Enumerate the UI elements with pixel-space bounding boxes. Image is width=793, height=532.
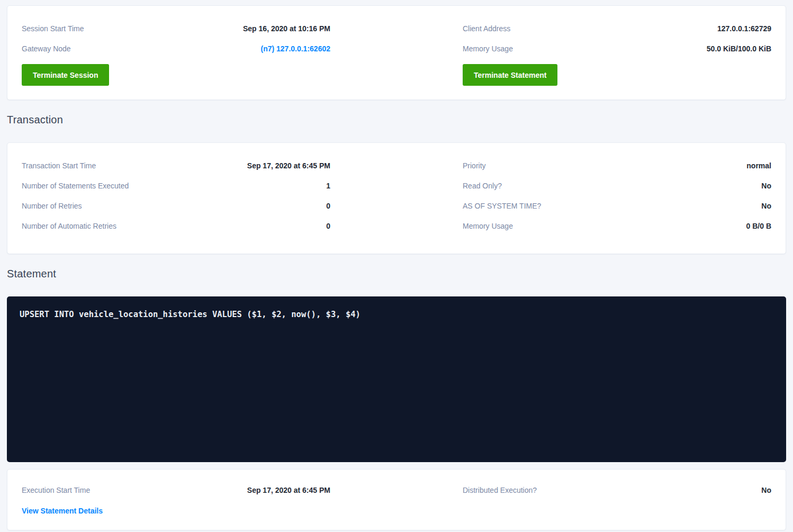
read-only-row: Read Only? No — [463, 176, 771, 196]
read-only-value: No — [761, 182, 771, 190]
client-address-row: Client Address 127.0.0.1:62729 — [463, 19, 771, 39]
distributed-execution-value: No — [761, 486, 771, 494]
execution-start-time-value: Sep 17, 2020 at 6:45 PM — [247, 486, 330, 494]
as-of-system-time-row: AS OF SYSTEM TIME? No — [463, 196, 771, 216]
statement-section-heading: Statement — [7, 267, 786, 280]
statement-sql-text: UPSERT INTO vehicle_location_histories V… — [20, 310, 361, 319]
automatic-retries-value: 0 — [326, 222, 330, 230]
execution-start-time-label: Execution Start Time — [22, 486, 90, 494]
session-start-time-value: Sep 16, 2020 at 10:16 PM — [243, 24, 330, 33]
gateway-node-label: Gateway Node — [22, 44, 71, 53]
statements-executed-value: 1 — [326, 182, 330, 190]
terminate-session-button[interactable]: Terminate Session — [22, 64, 109, 86]
priority-value: normal — [746, 161, 771, 170]
retries-label: Number of Retries — [22, 202, 82, 210]
priority-row: Priority normal — [463, 156, 771, 176]
statements-executed-label: Number of Statements Executed — [22, 182, 129, 190]
automatic-retries-label: Number of Automatic Retries — [22, 222, 116, 230]
session-start-time-label: Session Start Time — [22, 24, 84, 33]
session-memory-usage-row: Memory Usage 50.0 KiB/100.0 KiB — [463, 39, 771, 59]
transaction-left-column: Transaction Start Time Sep 17, 2020 at 6… — [22, 156, 330, 236]
execution-start-time-row: Execution Start Time Sep 17, 2020 at 6:4… — [22, 480, 330, 500]
transaction-card: Transaction Start Time Sep 17, 2020 at 6… — [7, 142, 786, 254]
execution-right-column: Distributed Execution? No — [463, 480, 771, 517]
session-memory-usage-value: 50.0 KiB/100.0 KiB — [707, 44, 771, 53]
as-of-system-time-value: No — [761, 202, 771, 210]
transaction-section-heading: Transaction — [7, 113, 786, 126]
execution-left-column: Execution Start Time Sep 17, 2020 at 6:4… — [22, 480, 330, 517]
transaction-memory-usage-row: Memory Usage 0 B/0 B — [463, 216, 771, 236]
automatic-retries-row: Number of Automatic Retries 0 — [22, 216, 330, 236]
transaction-start-time-value: Sep 17, 2020 at 6:45 PM — [247, 161, 330, 170]
priority-label: Priority — [463, 161, 486, 170]
transaction-memory-usage-value: 0 B/0 B — [746, 222, 771, 230]
distributed-execution-row: Distributed Execution? No — [463, 480, 771, 500]
statements-executed-row: Number of Statements Executed 1 — [22, 176, 330, 196]
session-memory-usage-label: Memory Usage — [463, 44, 513, 53]
transaction-memory-usage-label: Memory Usage — [463, 222, 513, 230]
client-address-label: Client Address — [463, 24, 510, 33]
session-summary-card: Session Start Time Sep 16, 2020 at 10:16… — [7, 5, 786, 100]
read-only-label: Read Only? — [463, 182, 502, 190]
gateway-node-row: Gateway Node (n7) 127.0.0.1:62602 — [22, 39, 330, 59]
distributed-execution-label: Distributed Execution? — [463, 486, 537, 494]
as-of-system-time-label: AS OF SYSTEM TIME? — [463, 202, 541, 210]
execution-summary-card: Execution Start Time Sep 17, 2020 at 6:4… — [7, 469, 786, 530]
statement-sql-box: UPSERT INTO vehicle_location_histories V… — [7, 296, 786, 462]
retries-row: Number of Retries 0 — [22, 196, 330, 216]
retries-value: 0 — [326, 202, 330, 210]
session-summary-right-column: Client Address 127.0.0.1:62729 Memory Us… — [463, 19, 771, 86]
terminate-statement-button[interactable]: Terminate Statement — [463, 64, 557, 86]
transaction-right-column: Priority normal Read Only? No AS OF SYST… — [463, 156, 771, 236]
transaction-start-time-label: Transaction Start Time — [22, 161, 96, 170]
client-address-value: 127.0.0.1:62729 — [717, 24, 771, 33]
gateway-node-link[interactable]: (n7) 127.0.0.1:62602 — [260, 44, 330, 53]
session-summary-left-column: Session Start Time Sep 16, 2020 at 10:16… — [22, 19, 330, 86]
session-details-page: Session Start Time Sep 16, 2020 at 10:16… — [0, 0, 793, 530]
session-start-time-row: Session Start Time Sep 16, 2020 at 10:16… — [22, 19, 330, 39]
transaction-start-time-row: Transaction Start Time Sep 17, 2020 at 6… — [22, 156, 330, 176]
view-statement-details-link[interactable]: View Statement Details — [22, 504, 103, 517]
